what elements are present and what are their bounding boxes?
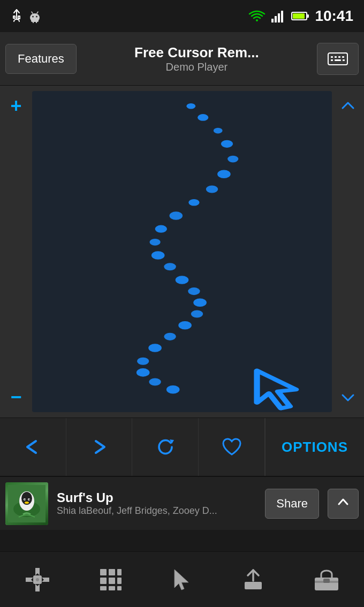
grid-button[interactable]	[87, 562, 134, 598]
keyboard-icon	[327, 51, 348, 67]
back-button[interactable]	[0, 418, 66, 476]
svg-point-30	[150, 239, 161, 246]
share-button[interactable]: Share	[265, 489, 319, 519]
svg-point-26	[206, 185, 218, 193]
dpad-icon	[24, 566, 51, 594]
cursor-trail-canvas	[32, 91, 332, 412]
refresh-button[interactable]	[132, 418, 199, 476]
svg-rect-63	[100, 586, 107, 590]
features-button[interactable]: Features	[5, 44, 77, 74]
svg-point-32	[164, 263, 176, 270]
svg-point-33	[176, 276, 189, 284]
svg-point-2	[36, 16, 37, 18]
android-icon	[29, 9, 41, 23]
svg-point-21	[198, 114, 208, 121]
scroll-down-button[interactable]	[340, 389, 356, 407]
keyboard-button[interactable]	[317, 43, 359, 75]
refresh-icon	[154, 435, 177, 459]
svg-point-29	[155, 225, 167, 233]
svg-line-3	[32, 12, 33, 13]
movie-bar: Surf's Up Shia laBeouf, Jeff Bridges, Zo…	[0, 476, 364, 530]
chevron-down-icon	[340, 392, 356, 403]
svg-rect-58	[109, 569, 115, 575]
svg-point-31	[151, 251, 165, 260]
forward-icon	[87, 437, 111, 457]
movie-cast: Shia laBeouf, Jeff Bridges, Zooey D...	[57, 505, 256, 517]
svg-point-41	[136, 368, 150, 377]
svg-rect-10	[307, 14, 309, 18]
grid-icon	[98, 567, 124, 593]
status-icons-left	[11, 9, 41, 24]
upload-button[interactable]	[230, 560, 277, 599]
svg-point-37	[178, 321, 192, 330]
movie-thumbnail	[5, 482, 48, 525]
svg-point-1	[32, 16, 34, 18]
svg-point-22	[214, 128, 223, 134]
svg-point-25	[217, 170, 231, 179]
chevron-up-icon	[340, 100, 356, 111]
svg-rect-66	[245, 582, 262, 589]
expand-button[interactable]	[328, 489, 359, 519]
svg-point-52	[25, 499, 26, 500]
svg-point-28	[169, 211, 183, 220]
status-icons-right: 10:41	[248, 7, 353, 25]
svg-rect-11	[293, 13, 305, 19]
svg-rect-14	[335, 56, 337, 58]
zoom-out-button[interactable]: −	[10, 388, 21, 407]
svg-rect-7	[278, 13, 280, 22]
svg-rect-12	[328, 53, 347, 65]
svg-marker-44	[257, 370, 296, 408]
upload-icon	[240, 566, 266, 594]
svg-point-20	[186, 103, 195, 109]
signal-icon	[271, 9, 286, 23]
svg-point-27	[188, 199, 199, 206]
svg-point-54	[25, 502, 29, 504]
svg-point-24	[228, 156, 238, 163]
svg-point-36	[191, 310, 203, 317]
svg-rect-13	[331, 56, 333, 58]
status-bar: 10:41	[0, 0, 364, 32]
scroll-up-button[interactable]	[340, 96, 356, 115]
options-button[interactable]: OPTIONS	[265, 418, 364, 476]
expand-icon	[337, 497, 350, 507]
forward-button[interactable]	[66, 418, 133, 476]
usb-icon	[11, 9, 22, 24]
svg-rect-15	[338, 56, 340, 58]
svg-rect-16	[342, 56, 344, 58]
svg-point-53	[29, 499, 30, 500]
movie-info: Surf's Up Shia laBeouf, Jeff Bridges, Zo…	[57, 490, 256, 517]
svg-rect-64	[109, 586, 115, 590]
thumbnail-art	[8, 485, 46, 522]
svg-rect-69	[323, 579, 330, 583]
wifi-icon	[248, 9, 266, 24]
svg-rect-8	[281, 11, 283, 22]
toolbox-button[interactable]	[302, 562, 351, 598]
toolbox-icon	[313, 567, 340, 593]
drawing-area[interactable]	[32, 91, 332, 412]
left-sidebar: + −	[0, 86, 32, 418]
thumbnail-decoration	[5, 482, 48, 525]
battery-icon	[291, 11, 309, 21]
svg-point-35	[193, 299, 207, 307]
back-icon	[21, 437, 44, 457]
cursor-button[interactable]	[160, 561, 204, 598]
favorite-button[interactable]	[199, 418, 265, 476]
svg-rect-17	[331, 59, 333, 61]
canvas-container: + −	[0, 86, 364, 418]
top-nav: Features Free Cursor Rem... Demo Player	[0, 32, 364, 86]
svg-rect-18	[335, 59, 341, 61]
svg-point-42	[149, 378, 161, 385]
svg-rect-62	[117, 578, 122, 584]
svg-rect-6	[275, 16, 277, 22]
svg-marker-45	[170, 439, 174, 444]
status-time: 10:41	[315, 7, 353, 25]
sub-title: Demo Player	[82, 61, 312, 73]
svg-rect-61	[109, 578, 115, 584]
svg-rect-19	[343, 59, 345, 61]
svg-rect-5	[271, 19, 274, 22]
svg-line-4	[37, 12, 38, 13]
svg-point-39	[148, 344, 162, 352]
zoom-in-button[interactable]: +	[10, 96, 21, 116]
dpad-button[interactable]	[13, 560, 62, 599]
svg-point-40	[137, 358, 149, 365]
